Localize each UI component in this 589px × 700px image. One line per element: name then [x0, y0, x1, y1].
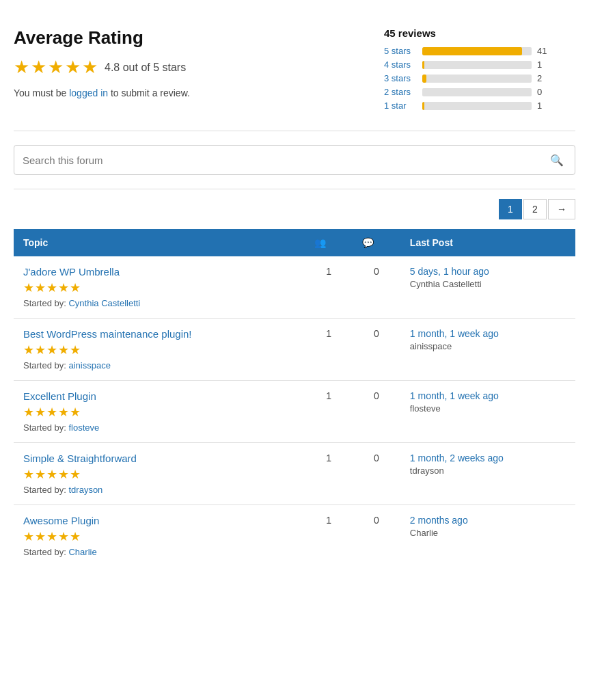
lastpost-cell: 5 days, 1 hour agoCynthia Castelletti [400, 256, 575, 319]
lastpost-header: Last Post [400, 229, 575, 256]
lastpost-cell: 1 month, 1 week agoflosteve [400, 381, 575, 443]
topic-star: ★ [46, 405, 57, 420]
login-suffix: to submit a review. [108, 88, 190, 98]
bar-fill [422, 102, 424, 110]
table-row: Awesome Plugin★★★★★Started by: Charlie10… [14, 505, 575, 567]
bar-label[interactable]: 1 star [384, 100, 417, 111]
topic-star: ★ [46, 529, 57, 544]
voices-count: 1 [305, 443, 353, 505]
bar-row: 5 stars41 [384, 46, 575, 56]
lastpost-cell: 2 months agoCharlie [400, 505, 575, 567]
login-link[interactable]: logged in [69, 88, 108, 98]
topic-cell: Simple & Straightforward★★★★★Started by:… [14, 443, 305, 505]
topic-star: ★ [23, 529, 34, 544]
table-row: Excellent Plugin★★★★★Started by: flostev… [14, 381, 575, 443]
lastpost-time: 5 days, 1 hour ago [410, 266, 566, 277]
star-4: ★ [65, 57, 81, 78]
voices-count: 1 [305, 381, 353, 443]
page-2-button[interactable]: 2 [523, 199, 547, 219]
topic-star: ★ [70, 280, 81, 295]
topic-author-link[interactable]: tdrayson [68, 485, 102, 495]
topic-author: Started by: tdrayson [23, 485, 295, 495]
topic-star: ★ [35, 529, 46, 544]
bar-track [422, 47, 532, 55]
table-row: Simple & Straightforward★★★★★Started by:… [14, 443, 575, 505]
bar-count: 2 [537, 73, 548, 83]
login-prefix: You must be [14, 88, 69, 98]
bar-track [422, 61, 532, 69]
topic-header-label: Topic [23, 237, 48, 248]
bar-track [422, 75, 532, 83]
topic-star: ★ [35, 467, 46, 482]
search-button[interactable]: 🔍 [547, 151, 566, 170]
search-input[interactable] [23, 154, 547, 166]
topic-star: ★ [35, 342, 46, 358]
replies-count: 0 [353, 505, 400, 567]
voices-count: 1 [305, 505, 353, 567]
rating-section: Average Rating ★ ★ ★ ★ ★ 4.8 out of 5 st… [14, 14, 575, 131]
voices-header: 👥 [305, 229, 353, 256]
topic-stars: ★★★★★ [23, 529, 295, 544]
search-section: 🔍 [14, 131, 575, 189]
bar-label[interactable]: 2 stars [384, 87, 417, 97]
topic-title-link[interactable]: Simple & Straightforward [23, 453, 295, 464]
lastpost-user: ainisspace [410, 341, 452, 351]
bar-count: 1 [537, 59, 548, 70]
lastpost-user: flosteve [410, 403, 441, 414]
rating-bars-section: 45 reviews 5 stars414 stars13 stars22 st… [384, 27, 575, 114]
voices-count: 1 [305, 319, 353, 381]
lastpost-time: 1 month, 2 weeks ago [410, 453, 566, 463]
bar-fill [422, 75, 426, 83]
bar-fill [422, 61, 424, 69]
bar-row: 2 stars0 [384, 87, 575, 97]
lastpost-time: 2 months ago [410, 515, 566, 526]
bar-row: 4 stars1 [384, 59, 575, 70]
topic-header: Topic [14, 229, 305, 256]
topic-star: ★ [70, 467, 81, 482]
lastpost-cell: 1 month, 2 weeks agotdrayson [400, 443, 575, 505]
star-2: ★ [31, 57, 46, 78]
bar-label[interactable]: 5 stars [384, 46, 417, 56]
page-1-button[interactable]: 1 [499, 199, 522, 219]
replies-icon: 💬 [362, 237, 374, 248]
star-3: ★ [48, 57, 64, 78]
topic-title-link[interactable]: Excellent Plugin [23, 390, 295, 402]
topics-tbody: J'adore WP Umbrella★★★★★Started by: Cynt… [14, 256, 575, 567]
bar-row: 3 stars2 [384, 73, 575, 83]
star-5: ★ [82, 57, 98, 78]
topic-author-link[interactable]: Cynthia Castelletti [68, 298, 140, 308]
replies-count: 0 [353, 319, 400, 381]
topic-title-link[interactable]: J'adore WP Umbrella [23, 266, 295, 278]
topic-cell: Awesome Plugin★★★★★Started by: Charlie [14, 505, 305, 567]
topic-cell: Excellent Plugin★★★★★Started by: flostev… [14, 381, 305, 443]
topic-star: ★ [58, 529, 69, 544]
rating-score: 4.8 out of 5 stars [105, 62, 186, 74]
topic-author-link[interactable]: ainisspace [68, 360, 110, 371]
bar-label[interactable]: 4 stars [384, 59, 417, 70]
table-header-row: Topic 👥 💬 Last Post [14, 229, 575, 256]
topic-star: ★ [23, 467, 34, 482]
lastpost-time: 1 month, 1 week ago [410, 390, 566, 401]
voices-count: 1 [305, 256, 353, 319]
bar-row: 1 star1 [384, 100, 575, 111]
topic-stars: ★★★★★ [23, 342, 295, 358]
replies-header: 💬 [353, 229, 400, 256]
topic-title-link[interactable]: Awesome Plugin [23, 515, 295, 526]
topic-author-link[interactable]: Charlie [68, 547, 96, 557]
lastpost-user: tdrayson [410, 466, 444, 476]
rating-left: Average Rating ★ ★ ★ ★ ★ 4.8 out of 5 st… [14, 27, 357, 98]
topic-stars: ★★★★★ [23, 405, 295, 420]
rating-bars: 5 stars414 stars13 stars22 stars01 star1 [384, 46, 575, 111]
topic-star: ★ [58, 467, 69, 482]
next-page-button[interactable]: → [548, 199, 575, 219]
lastpost-cell: 1 month, 1 week agoainisspace [400, 319, 575, 381]
topic-star: ★ [23, 405, 34, 420]
stars-row: ★ ★ ★ ★ ★ 4.8 out of 5 stars [14, 57, 357, 78]
topic-author-link[interactable]: flosteve [68, 422, 99, 433]
replies-count: 0 [353, 256, 400, 319]
bar-count: 0 [537, 87, 548, 97]
table-row: Best WordPress maintenance plugin!★★★★★S… [14, 319, 575, 381]
topic-star: ★ [35, 405, 46, 420]
bar-label[interactable]: 3 stars [384, 73, 417, 83]
topic-title-link[interactable]: Best WordPress maintenance plugin! [23, 328, 295, 340]
